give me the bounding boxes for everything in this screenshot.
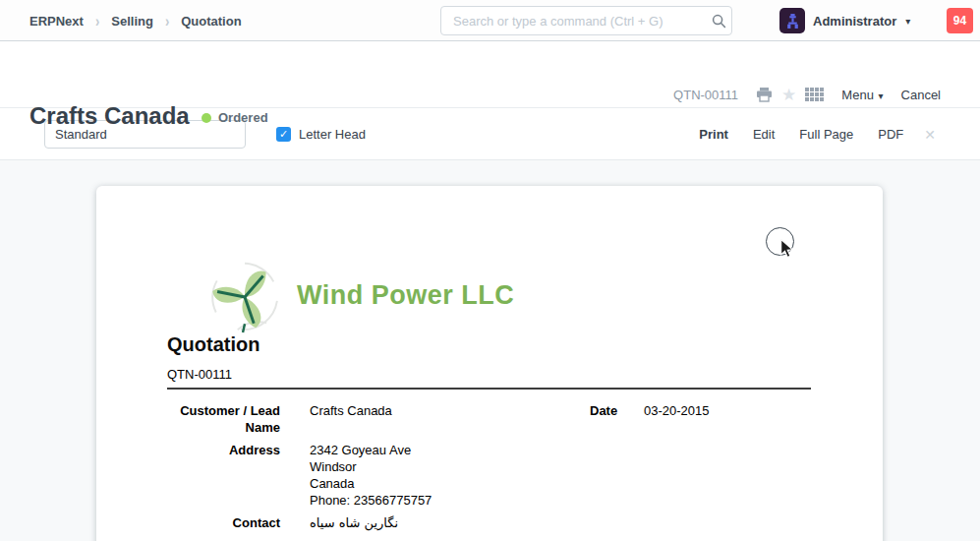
company-name: Wind Power LLC bbox=[297, 280, 514, 311]
document-doc-id: QTN-00111 bbox=[167, 367, 812, 382]
avatar bbox=[779, 8, 805, 33]
checkbox-checked-icon[interactable]: ✓ bbox=[276, 127, 291, 142]
full-page-button[interactable]: Full Page bbox=[799, 127, 853, 142]
field-value: 03-20-2015 bbox=[644, 402, 812, 419]
status-badge: Ordered bbox=[218, 110, 268, 125]
pdf-button[interactable]: PDF bbox=[878, 127, 903, 142]
company-logo-icon bbox=[206, 257, 283, 333]
search-input[interactable] bbox=[441, 14, 706, 29]
search-icon[interactable] bbox=[706, 14, 731, 29]
field-date: Date 03-20-2015 bbox=[590, 402, 812, 419]
field-contact: Contact نگارین شاه سیاه bbox=[167, 514, 590, 531]
breadcrumb-erpnext[interactable]: ERPNext bbox=[29, 14, 84, 29]
address-line: Canada bbox=[310, 475, 590, 492]
user-menu[interactable]: Administrator ▾ bbox=[779, 0, 910, 41]
status-indicator: Ordered bbox=[202, 110, 268, 125]
close-icon[interactable]: ✕ bbox=[924, 127, 936, 143]
field-label: Date bbox=[590, 402, 644, 419]
document-fields: Customer / Lead Name Crafts Canada Addre… bbox=[167, 402, 812, 536]
print-button[interactable]: Print bbox=[699, 127, 728, 142]
chevron-right-icon: › bbox=[165, 11, 169, 30]
document-id: QTN-00111 bbox=[673, 88, 738, 102]
field-customer: Customer / Lead Name Crafts Canada bbox=[167, 402, 590, 437]
breadcrumb: ERPNext › Selling › Quotation bbox=[29, 0, 242, 41]
letterhead: Wind Power LLC bbox=[206, 257, 812, 333]
global-search bbox=[440, 6, 732, 35]
status-dot-icon bbox=[202, 113, 211, 123]
letterhead-label: Letter Head bbox=[299, 127, 366, 142]
printer-icon[interactable] bbox=[756, 87, 773, 102]
address-line: 2342 Goyeau Ave bbox=[310, 442, 590, 458]
letterhead-checkbox-group[interactable]: ✓ Letter Head bbox=[276, 127, 366, 142]
field-address: Address 2342 Goyeau Ave Windsor Canada P… bbox=[167, 442, 590, 510]
menu-button[interactable]: Menu ▾ bbox=[841, 88, 883, 102]
grid-icon[interactable] bbox=[805, 88, 824, 101]
address-line: Phone: 23566775757 bbox=[310, 492, 590, 509]
cancel-button[interactable]: Cancel bbox=[901, 88, 941, 102]
chevron-right-icon: › bbox=[95, 11, 99, 30]
field-label: Address bbox=[167, 442, 280, 510]
page-header: Crafts Canada Ordered QTN-00111 ★ Menu ▾… bbox=[0, 41, 980, 108]
top-navbar: ERPNext › Selling › Quotation Administra… bbox=[0, 0, 980, 41]
chevron-down-icon: ▾ bbox=[879, 90, 884, 101]
chevron-down-icon: ▾ bbox=[905, 16, 910, 27]
star-icon[interactable]: ★ bbox=[781, 87, 796, 103]
field-value: Crafts Canada bbox=[310, 402, 590, 437]
edit-button[interactable]: Edit bbox=[753, 127, 775, 142]
address-line: Windsor bbox=[310, 458, 590, 475]
divider bbox=[167, 388, 811, 390]
user-name: Administrator bbox=[813, 14, 896, 29]
field-label: Customer / Lead Name bbox=[167, 402, 280, 437]
notification-count-badge[interactable]: 94 bbox=[947, 8, 973, 33]
breadcrumb-quotation[interactable]: Quotation bbox=[181, 14, 241, 29]
field-value: نگارین شاه سیاه bbox=[310, 514, 590, 531]
field-value: 2342 Goyeau Ave Windsor Canada Phone: 23… bbox=[310, 442, 590, 510]
document-title: Quotation bbox=[167, 333, 812, 356]
print-preview-area: Wind Power LLC Quotation QTN-00111 Custo… bbox=[0, 160, 980, 541]
page-title: Crafts Canada bbox=[29, 102, 190, 130]
document-paper: Wind Power LLC Quotation QTN-00111 Custo… bbox=[96, 186, 883, 541]
field-label: Contact bbox=[167, 514, 280, 531]
breadcrumb-selling[interactable]: Selling bbox=[111, 14, 153, 29]
